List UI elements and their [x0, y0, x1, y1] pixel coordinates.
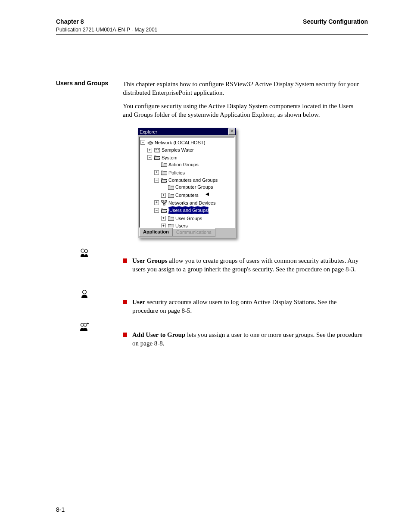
- user-icon: [79, 289, 90, 301]
- bullet-user: User security accounts allow users to lo…: [123, 298, 364, 319]
- tree-user-groups[interactable]: + User Groups: [161, 215, 202, 222]
- tree-system[interactable]: − System: [147, 154, 177, 161]
- tree-users[interactable]: + Users: [161, 222, 188, 228]
- bullet2-rest: security accounts allow users to log ont…: [132, 299, 337, 314]
- folder-open-icon: [161, 177, 167, 183]
- folder-open-icon: [161, 208, 167, 213]
- side-heading: Users and Groups: [56, 80, 116, 87]
- tree-label: Action Groups: [168, 161, 199, 168]
- user-groups-icon: [79, 247, 90, 259]
- folder-icon: [168, 215, 174, 221]
- intro-text: This chapter explains how to configure R…: [123, 80, 364, 123]
- tree-label: Samples Water: [162, 146, 194, 153]
- tree-computers[interactable]: + Computers: [161, 192, 199, 199]
- tab-communications[interactable]: Communications: [172, 228, 215, 237]
- collapse-icon[interactable]: −: [140, 140, 145, 145]
- tree-label: Computers and Groups: [168, 177, 218, 184]
- expand-icon[interactable]: +: [147, 148, 152, 152]
- tree-label: Network (LOCALHOST): [155, 139, 205, 146]
- chapter-label: Chapter 8: [56, 18, 84, 25]
- chapter-title: Security Configuration: [303, 18, 368, 25]
- tree-label: Computer Groups: [175, 184, 213, 190]
- svg-rect-5: [165, 200, 167, 202]
- folder-icon: [168, 193, 174, 198]
- tab-application[interactable]: Application: [139, 228, 173, 236]
- svg-point-11: [84, 324, 87, 327]
- explorer-window: Explorer × − Network (LOCALHOST): [138, 128, 236, 238]
- network-icon: [147, 140, 153, 145]
- bullet-add-user-to-group: Add User to Group lets you assign a user…: [123, 330, 364, 352]
- tree-label: Computers: [175, 192, 199, 199]
- folder-open-icon: [154, 155, 160, 160]
- tree-samples-water[interactable]: + Samples Water: [147, 146, 194, 153]
- svg-rect-1: [155, 148, 160, 152]
- tree-label: Policies: [168, 169, 185, 176]
- expand-icon[interactable]: +: [161, 224, 166, 228]
- tree-label: Networks and Devices: [168, 199, 215, 206]
- bullet-user-groups: User Groups allow you to create groups o…: [123, 256, 364, 277]
- svg-rect-3: [158, 149, 159, 150]
- add-user-to-group-icon: [79, 321, 90, 333]
- tree-label: System: [162, 154, 177, 161]
- project-icon: [154, 147, 160, 153]
- folder-icon: [168, 223, 174, 228]
- collapse-icon[interactable]: −: [154, 178, 159, 183]
- intro-p1: This chapter explains how to configure R…: [123, 80, 364, 97]
- expand-icon[interactable]: +: [154, 170, 159, 175]
- tree-users-and-groups[interactable]: − Users and Groups: [154, 206, 209, 214]
- folder-icon: [161, 162, 167, 167]
- close-icon[interactable]: ×: [228, 128, 235, 135]
- expand-icon[interactable]: +: [161, 193, 166, 198]
- tree-policies[interactable]: + Policies: [154, 169, 185, 176]
- bullet-square-icon: [123, 333, 127, 337]
- tree-label: User Groups: [175, 215, 202, 222]
- publication-id: Publication 2721-UM001A-EN-P - May 2001: [56, 27, 368, 33]
- tree-label: Users: [175, 222, 188, 228]
- running-head: Chapter 8 Security Configuration Publica…: [56, 18, 368, 35]
- tree-action-groups[interactable]: Action Groups: [154, 161, 199, 168]
- intro-p2: You configure security using the Active …: [123, 102, 364, 119]
- tree-networks-devices[interactable]: + Networks and Devices: [154, 199, 215, 206]
- expand-icon[interactable]: +: [154, 200, 159, 205]
- tree-computer-groups[interactable]: Computer Groups: [161, 184, 213, 190]
- svg-point-9: [83, 290, 87, 294]
- svg-point-0: [148, 142, 153, 144]
- explorer-tabs: Application Communications: [139, 228, 235, 237]
- svg-point-10: [81, 324, 84, 327]
- network-devices-icon: [161, 200, 167, 205]
- bullet-square-icon: [123, 300, 127, 304]
- svg-rect-4: [162, 200, 163, 202]
- collapse-icon[interactable]: −: [147, 155, 152, 160]
- svg-point-7: [81, 249, 84, 252]
- folder-icon: [168, 184, 174, 190]
- explorer-titlebar[interactable]: Explorer ×: [138, 128, 236, 135]
- svg-rect-2: [156, 149, 157, 150]
- tree-label-selected: Users and Groups: [168, 206, 209, 214]
- bullet-square-icon: [123, 258, 127, 263]
- page-number: 8-1: [56, 506, 65, 513]
- bullet3-lead: Add User to Group: [132, 331, 185, 338]
- folder-icon: [161, 170, 167, 175]
- tree-root[interactable]: − Network (LOCALHOST): [140, 139, 205, 146]
- svg-point-8: [85, 250, 88, 253]
- callout-arrow: [207, 194, 262, 194]
- explorer-title: Explorer: [140, 129, 157, 134]
- expand-icon[interactable]: +: [161, 216, 166, 221]
- explorer-tree[interactable]: − Network (LOCALHOST) +: [139, 137, 235, 228]
- bullet2-lead: User: [132, 299, 145, 305]
- tree-computers-and-groups[interactable]: − Computers and Groups: [154, 177, 218, 184]
- bullet1-lead: User Groups: [132, 257, 168, 264]
- collapse-icon[interactable]: −: [154, 208, 159, 213]
